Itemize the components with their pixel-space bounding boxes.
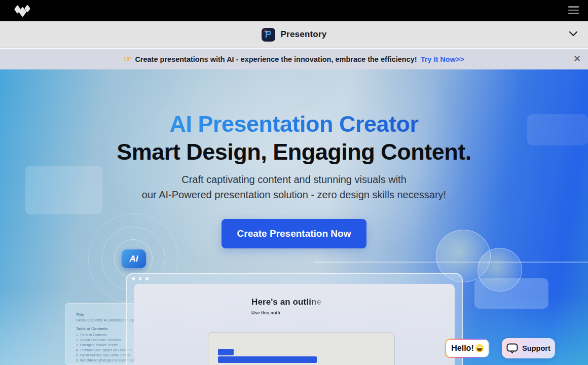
chat-greeting-bubble[interactable]: Hello! <box>445 339 490 358</box>
chevron-down-icon[interactable] <box>569 31 578 37</box>
chat-greeting-text: Hello! <box>451 344 473 353</box>
cloud-bubble <box>477 248 522 291</box>
brand-bar: P Presentory <box>0 21 588 48</box>
page-subtitle: Smart Design, Engaging Content. <box>0 139 588 165</box>
ai-badge: AI <box>122 249 146 268</box>
outline-header: Here's an outline Use this outli <box>251 297 321 315</box>
pointing-hand-icon: ☞ <box>124 54 131 64</box>
grin-emoji-icon <box>475 344 484 352</box>
window-dots <box>132 277 149 280</box>
outline-skeleton-card <box>208 332 395 365</box>
outline-subheading: Use this outli <box>251 310 321 315</box>
presentory-logo-icon[interactable]: P <box>262 28 275 42</box>
wondershare-logo-icon[interactable] <box>14 5 30 17</box>
skeleton-bar-long <box>218 356 317 363</box>
hero-description: Craft captivating content and stunning v… <box>0 172 588 202</box>
hamburger-menu-icon[interactable] <box>568 6 579 15</box>
hero-description-line2: our AI-Powered presentation solution - z… <box>0 187 588 202</box>
chat-bubble-icon <box>506 343 518 354</box>
page-title: AI Presentation Creator <box>0 111 588 137</box>
try-it-now-link[interactable]: Try It Now>> <box>421 55 464 63</box>
app-mockup-window: Here's an outline Use this outli <box>126 273 463 365</box>
hero-description-line1: Craft captivating content and stunning v… <box>0 172 588 187</box>
divider <box>217 341 385 341</box>
brand-title: Presentory <box>281 29 327 40</box>
promo-text: Create presentations with AI - experienc… <box>135 55 417 63</box>
close-icon[interactable]: ✕ <box>573 53 581 64</box>
outline-heading: Here's an outline <box>251 297 321 307</box>
window-content: Here's an outline Use this outli <box>134 284 455 365</box>
promo-banner: ☞ Create presentations with AI - experie… <box>0 49 588 69</box>
support-label: Support <box>522 344 550 352</box>
presentory-logo-dot <box>265 30 267 32</box>
hero-section: AI Presentation Creator Smart Design, En… <box>0 69 588 365</box>
top-black-bar <box>0 0 588 21</box>
create-presentation-button[interactable]: Create Presentation Now <box>222 219 366 248</box>
support-button[interactable]: Support <box>502 338 555 358</box>
skeleton-bar-small <box>218 349 234 355</box>
